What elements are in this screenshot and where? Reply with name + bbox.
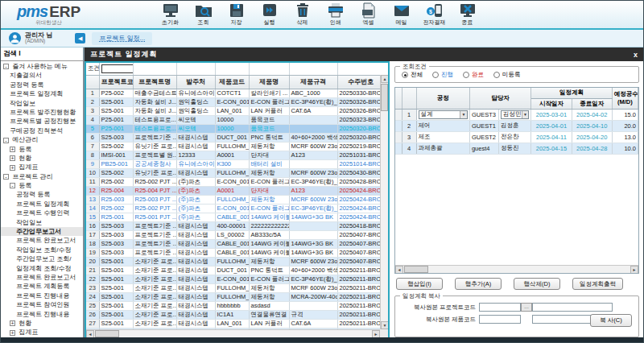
- cell[interactable]: FULLOHM_002: [215, 292, 249, 301]
- cell[interactable]: 10000: [215, 124, 249, 133]
- schedule-row[interactable]: 4과제총괄guest4정동진2025-04-152025-04-2810.0: [395, 143, 638, 154]
- filter-input[interactable]: [101, 64, 134, 73]
- cell[interactable]: 테스트용프로...: [133, 124, 176, 133]
- table-row[interactable]: 5P25-001테스트용프로...씨오텍10000품목코드20250320-BR…: [86, 124, 380, 133]
- cell[interactable]: S25-001: [99, 257, 133, 266]
- cell[interactable]: 프로젝트기준 ...: [133, 133, 176, 142]
- cell[interactable]: S25-003: [99, 133, 133, 142]
- cell[interactable]: 원익홀딩스: [176, 106, 215, 115]
- cell[interactable]: 222222222222: [249, 221, 289, 230]
- expand-icon[interactable]: +: [10, 155, 15, 161]
- toolbar-button-종료[interactable]: 종료: [451, 2, 484, 27]
- col-manager[interactable]: 담당자: [469, 88, 530, 109]
- cell[interactable]: [289, 301, 337, 310]
- sidebar-item-공정력 등록[interactable]: 공정력 등록: [1, 81, 83, 89]
- cell[interactable]: R25-002 PJT ...: [133, 177, 176, 186]
- sidebar-item-지출결의서[interactable]: 지출결의서: [1, 71, 83, 80]
- sidebar-item-집계표[interactable]: + 집계표: [1, 163, 83, 172]
- cell[interactable]: 소재기준 프로...: [133, 283, 176, 292]
- sidebar-item-구매공정 진척분석[interactable]: 구매공정 진척분석: [1, 126, 83, 135]
- cell[interactable]: S25-003: [99, 239, 133, 248]
- radio-미등록[interactable]: 미등록: [493, 71, 521, 79]
- copy-project-code-input[interactable]: [479, 303, 521, 312]
- cell[interactable]: 태경시스템: [176, 239, 215, 248]
- cell[interactable]: 20250211-BROC: [337, 310, 380, 319]
- sidebar-item-프로젝트 일정계획[interactable]: 프로젝트 일정계획: [1, 89, 83, 98]
- radio-dot-icon[interactable]: [493, 72, 500, 78]
- md-cell[interactable]: 10.0: [612, 143, 638, 154]
- cell[interactable]: 단자대: [249, 186, 289, 195]
- cell[interactable]: R25-002: [99, 177, 133, 186]
- sidebar-item-등록[interactable]: - 등록: [1, 181, 83, 190]
- cell[interactable]: 칼라인쇄기 ...: [249, 89, 289, 97]
- toolbar-button-메일[interactable]: 메일: [385, 2, 418, 27]
- cell[interactable]: LAN 커플러: [249, 319, 289, 328]
- button-행삽입(I)[interactable]: 행삽입(I): [396, 278, 443, 290]
- manager-name-cell[interactable]: 김성민▼: [499, 109, 531, 120]
- cell[interactable]: CABLE_001: [215, 213, 249, 221]
- cell[interactable]: 태경시스템: [176, 248, 215, 257]
- cell[interactable]: 400-00001: [215, 221, 249, 230]
- button-일정계획출력[interactable]: 일정계획출력: [572, 278, 623, 290]
- cell[interactable]: EC-3P46YE(황)_수: [289, 275, 337, 283]
- cell[interactable]: (주)파츠: [176, 213, 215, 221]
- cell[interactable]: 소재기준 프로...: [133, 266, 176, 275]
- cell[interactable]: R25-001: [99, 213, 133, 221]
- cell[interactable]: MCRF 600W 23ohm: [289, 283, 337, 292]
- toolbar-button-삭제[interactable]: 삭제: [286, 2, 319, 27]
- sidebar-item-주간업무보고서[interactable]: 주간업무보고서: [1, 227, 83, 236]
- cell[interactable]: 20250211-BROC: [337, 275, 380, 283]
- cell[interactable]: 14AWG 케이블: [249, 248, 289, 257]
- cell[interactable]: CAT.6A: [289, 106, 337, 115]
- manager-name-cell[interactable]: 전은찬: [499, 131, 531, 143]
- col-발주처[interactable]: 발주처: [176, 75, 215, 89]
- cell[interactable]: R25-002: [99, 204, 133, 213]
- toolbar-button-실행[interactable]: 실행: [253, 2, 286, 27]
- cell[interactable]: P25-002: [99, 89, 133, 97]
- cell[interactable]: 프로젝트기준 ...: [133, 221, 176, 230]
- table-row[interactable]: 2S25-001자동화 설비 J...원익홀딩스E-CON_001E-CON 플…: [86, 97, 380, 106]
- cell[interactable]: 유닛기준 프로...: [133, 168, 176, 177]
- cell[interactable]: 14AWG+3G BK: [289, 213, 337, 221]
- table-row[interactable]: 8IMSI-001프로젝트별 원...12333A0001단자대A1232025…: [86, 151, 380, 159]
- table-row[interactable]: 19S25-003프로젝트기준 ...태경시스템CABLE_00114AWG 케…: [86, 248, 380, 257]
- scroll-down-icon[interactable]: ▼: [381, 321, 389, 329]
- cell[interactable]: 유니에스아이: [176, 89, 215, 97]
- cell[interactable]: S25-003: [99, 248, 133, 257]
- cell[interactable]: 프로젝트별 원...: [133, 151, 176, 159]
- cell[interactable]: 태경시스템: [176, 230, 215, 239]
- cell[interactable]: 태경시스템: [176, 266, 215, 275]
- cell[interactable]: (주)파츠: [176, 195, 215, 204]
- process-cell[interactable]: 제어: [416, 120, 469, 131]
- cell[interactable]: 원익홀딩스: [176, 97, 215, 106]
- md-cell[interactable]: 15.0: [612, 109, 638, 120]
- radio-dot-icon[interactable]: [432, 72, 439, 78]
- cell[interactable]: S25-001: [99, 319, 133, 328]
- sidebar-item-프로젝트 수행인력[interactable]: 프로젝트 수행인력: [1, 209, 83, 217]
- start-date-cell[interactable]: 2025-04-11: [531, 131, 572, 143]
- cell[interactable]: 14AWG+3G BK: [289, 248, 337, 257]
- cell[interactable]: MCRF 600W 23ohm: [289, 195, 337, 204]
- cell[interactable]: 유니에스아이: [176, 159, 215, 168]
- sidebar-item-일정계획 조회/수정[interactable]: 일정계획 조회/수정: [1, 264, 83, 273]
- schedule-row[interactable]: 1설계▼GUEST3김성민▼2025-03-012025-04-0215.0: [395, 109, 638, 120]
- cell[interactable]: 프로젝트기준 ...: [133, 239, 176, 248]
- cell[interactable]: CABLE_001: [215, 248, 249, 257]
- table-row[interactable]: 3S25-001자동화 설비 J...원익홀딩스LAN_001LAN 커플러CA…: [86, 106, 380, 115]
- cell[interactable]: LAN_001: [215, 319, 249, 328]
- cell[interactable]: FULLOHM_001: [215, 195, 249, 204]
- cell[interactable]: (주)파츠: [176, 186, 215, 195]
- horizontal-scrollbar[interactable]: ◄ ►: [86, 329, 380, 337]
- cell[interactable]: MCRA-200W-40ohm: [289, 292, 337, 301]
- cell[interactable]: 매출수금테스트: [133, 89, 176, 97]
- cell[interactable]: (주)파츠: [176, 177, 215, 186]
- cell[interactable]: 40+60+2000 백색: [289, 133, 337, 142]
- cell[interactable]: 공공세종청사: [133, 159, 176, 168]
- cell[interactable]: 20250326-BROC: [337, 106, 380, 115]
- col-수주번호[interactable]: 수주번호: [337, 75, 380, 89]
- cell[interactable]: S25-001: [99, 310, 133, 319]
- cell[interactable]: 20250407-BROC: [337, 230, 380, 239]
- cell[interactable]: 연결물류연결: [249, 310, 289, 319]
- cell[interactable]: S25-003: [99, 221, 133, 230]
- col-start-date[interactable]: 시작일자: [531, 98, 572, 109]
